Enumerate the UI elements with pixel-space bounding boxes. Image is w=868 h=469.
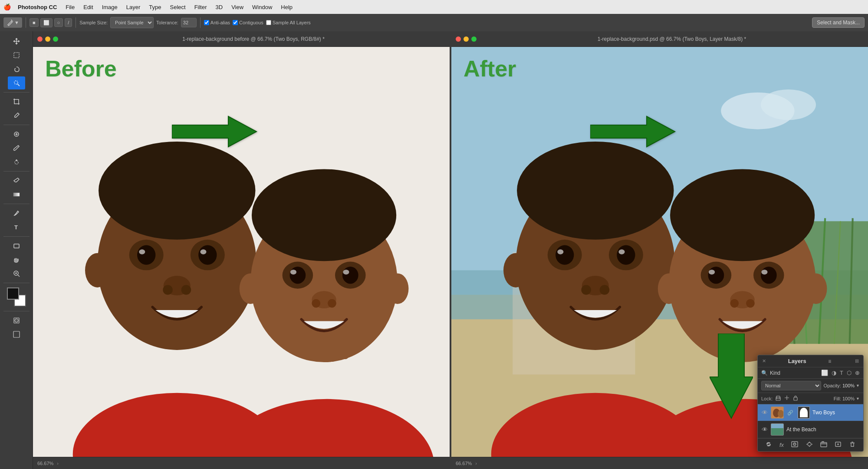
opacity-chevron[interactable]: ▼ bbox=[856, 383, 860, 388]
delete-layer-icon[interactable] bbox=[849, 441, 856, 449]
clone-stamp-tool[interactable] bbox=[8, 155, 25, 168]
svg-point-9 bbox=[15, 319, 18, 322]
contiguous-checkbox[interactable] bbox=[233, 20, 238, 25]
menu-item-filter[interactable]: Filter bbox=[191, 3, 210, 11]
close-button[interactable] bbox=[37, 36, 43, 42]
shape-tool[interactable] bbox=[8, 239, 25, 252]
lock-position-icon[interactable] bbox=[784, 395, 790, 402]
before-scroll-arrow[interactable]: › bbox=[57, 461, 59, 466]
fill-chevron[interactable]: ▼ bbox=[856, 396, 860, 401]
pixel-filter-icon[interactable]: ⬜ bbox=[821, 370, 828, 376]
blend-mode-select[interactable]: Normal bbox=[761, 381, 821, 390]
svg-point-74 bbox=[670, 169, 815, 261]
tool-divider-6 bbox=[3, 283, 30, 283]
layers-header-icon-1[interactable]: ≡ bbox=[828, 358, 831, 364]
layers-close-x[interactable]: ✕ bbox=[762, 358, 766, 364]
adjustment-icon[interactable] bbox=[806, 441, 813, 449]
menu-item-window[interactable]: Window bbox=[249, 3, 276, 11]
before-canvas-area[interactable]: Before bbox=[33, 47, 450, 457]
adjustment-filter-icon[interactable]: ◑ bbox=[832, 370, 836, 376]
magic-wand-tool-button[interactable]: ▼ bbox=[3, 17, 22, 28]
after-maximize-button[interactable] bbox=[471, 36, 477, 42]
select-and-mask-button[interactable]: Select and Mask... bbox=[812, 17, 865, 28]
circle-shape-btn[interactable]: ○ bbox=[54, 18, 63, 27]
apple-logo[interactable]: 🍎 bbox=[3, 3, 11, 10]
lock-all-icon[interactable] bbox=[792, 395, 799, 402]
menu-item-view[interactable]: View bbox=[228, 3, 247, 11]
after-scroll-arrow[interactable]: › bbox=[475, 461, 477, 466]
layer-item-at-the-beach[interactable]: 👁 At the Beach bbox=[758, 421, 863, 438]
layers-expand-icon[interactable]: ⊞ bbox=[855, 358, 859, 364]
type-filter-icon[interactable]: T bbox=[840, 370, 843, 376]
screen-mode-button[interactable] bbox=[8, 328, 25, 341]
svg-point-23 bbox=[139, 249, 145, 254]
foreground-color-swatch[interactable] bbox=[7, 287, 19, 300]
tolerance-input[interactable] bbox=[181, 18, 197, 27]
maximize-button[interactable] bbox=[53, 36, 58, 42]
menu-item-type[interactable]: Type bbox=[145, 3, 164, 11]
opacity-label: Opacity: bbox=[824, 383, 841, 388]
eyedropper-tool[interactable] bbox=[8, 109, 25, 122]
layer-visibility-eye-beach[interactable]: 👁 bbox=[761, 426, 768, 433]
menu-item-image[interactable]: Image bbox=[99, 3, 121, 11]
rect-shape-btn[interactable]: ■ bbox=[30, 18, 39, 27]
brush-tool[interactable] bbox=[8, 142, 25, 155]
divider-2 bbox=[76, 17, 76, 28]
svg-point-17 bbox=[85, 253, 109, 287]
rounded-rect-shape-btn[interactable]: ⬜ bbox=[40, 18, 53, 27]
after-window: 1-replace-background.psd @ 66.7% (Two Bo… bbox=[451, 31, 868, 469]
menu-item-file[interactable]: File bbox=[62, 3, 78, 11]
pen-tool[interactable] bbox=[8, 207, 25, 220]
new-layer-icon[interactable] bbox=[835, 441, 842, 449]
svg-point-81 bbox=[709, 270, 715, 274]
layer-item-two-boys[interactable]: 👁 🔗 Two Boys bbox=[758, 404, 863, 421]
rectangular-marquee-tool[interactable] bbox=[8, 49, 25, 62]
menu-item-3d[interactable]: 3D bbox=[212, 3, 227, 11]
gradient-tool[interactable] bbox=[8, 188, 25, 201]
svg-rect-10 bbox=[13, 331, 20, 337]
quick-selection-tool[interactable] bbox=[8, 76, 25, 89]
after-minimize-button[interactable] bbox=[464, 36, 469, 42]
menu-item-help[interactable]: Help bbox=[277, 3, 296, 11]
minimize-button[interactable] bbox=[45, 36, 50, 42]
sample-all-layers-checkbox[interactable] bbox=[266, 20, 271, 25]
add-mask-icon[interactable] bbox=[791, 441, 798, 449]
move-tool[interactable] bbox=[8, 35, 25, 48]
eraser-tool[interactable] bbox=[8, 174, 25, 187]
zoom-tool[interactable] bbox=[8, 267, 25, 280]
lock-pixels-icon[interactable] bbox=[775, 395, 781, 402]
line-shape-btn[interactable]: / bbox=[65, 18, 72, 27]
menu-item-select[interactable]: Select bbox=[166, 3, 189, 11]
svg-point-69 bbox=[581, 285, 591, 295]
link-layers-icon[interactable] bbox=[765, 441, 772, 449]
opacity-value[interactable]: 100% bbox=[842, 383, 855, 388]
large-down-arrow-annotation bbox=[710, 334, 753, 422]
menu-item-edit[interactable]: Edit bbox=[80, 3, 96, 11]
svg-point-76 bbox=[805, 273, 827, 304]
quick-mask-button[interactable] bbox=[8, 314, 25, 327]
menu-item-layer[interactable]: Layer bbox=[123, 3, 144, 11]
lasso-tool[interactable] bbox=[8, 63, 25, 76]
sample-all-layers-group: Sample All Layers bbox=[266, 20, 311, 25]
layer-link-icon[interactable]: 🔗 bbox=[787, 410, 793, 416]
type-tool[interactable]: T bbox=[8, 221, 25, 234]
smart-filter-icon[interactable]: ⊕ bbox=[855, 370, 860, 376]
color-swatches[interactable] bbox=[7, 287, 26, 307]
new-group-icon[interactable] bbox=[820, 441, 827, 449]
shape-filter-icon[interactable]: ⬡ bbox=[847, 370, 852, 376]
fx-icon[interactable]: fx bbox=[779, 442, 784, 448]
lock-label: Lock: bbox=[761, 396, 773, 401]
svg-point-38 bbox=[290, 270, 296, 274]
crop-tool[interactable] bbox=[8, 95, 25, 108]
layer-visibility-eye-two-boys[interactable]: 👁 bbox=[761, 409, 768, 416]
menu-item-photoshop[interactable]: Photoshop CC bbox=[14, 3, 60, 11]
layer-thumbnail-beach bbox=[771, 423, 784, 436]
svg-point-67 bbox=[618, 249, 625, 254]
hand-tool[interactable] bbox=[8, 253, 25, 266]
fill-value[interactable]: 100% bbox=[842, 396, 855, 401]
sample-size-label: Sample Size: bbox=[79, 20, 108, 25]
sample-size-select[interactable]: Point Sample bbox=[110, 17, 154, 28]
after-close-button[interactable] bbox=[456, 36, 461, 42]
healing-brush-tool[interactable] bbox=[8, 128, 25, 141]
anti-alias-checkbox[interactable] bbox=[204, 20, 209, 25]
